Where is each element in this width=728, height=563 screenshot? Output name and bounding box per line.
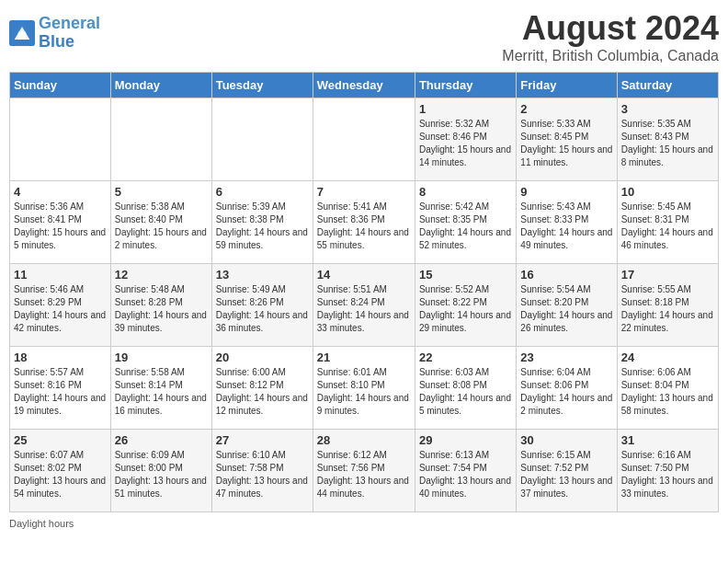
calendar-cell: 30Sunrise: 6:15 AMSunset: 7:52 PMDayligh… xyxy=(517,430,617,512)
calendar-cell: 14Sunrise: 5:51 AMSunset: 8:24 PMDayligh… xyxy=(313,264,415,347)
day-header-monday: Monday xyxy=(110,73,211,98)
calendar-cell: 9Sunrise: 5:43 AMSunset: 8:33 PMDaylight… xyxy=(517,181,617,264)
day-info: Sunrise: 5:36 AMSunset: 8:41 PMDaylight:… xyxy=(14,201,107,252)
day-info: Sunrise: 5:46 AMSunset: 8:29 PMDaylight:… xyxy=(14,283,107,335)
day-number: 13 xyxy=(216,268,309,282)
day-info: Sunrise: 6:01 AMSunset: 8:10 PMDaylight:… xyxy=(317,366,411,418)
day-number: 1 xyxy=(419,102,512,116)
day-number: 21 xyxy=(317,350,411,364)
week-row-3: 11Sunrise: 5:46 AMSunset: 8:29 PMDayligh… xyxy=(10,264,719,347)
day-header-saturday: Saturday xyxy=(617,73,718,98)
day-info: Sunrise: 5:49 AMSunset: 8:26 PMDaylight:… xyxy=(216,283,309,335)
day-number: 8 xyxy=(419,185,512,199)
day-header-friday: Friday xyxy=(517,73,617,98)
day-info: Sunrise: 5:41 AMSunset: 8:36 PMDaylight:… xyxy=(317,201,411,252)
day-info: Sunrise: 5:43 AMSunset: 8:33 PMDaylight:… xyxy=(520,201,612,252)
footer-note: Daylight hours xyxy=(9,518,719,529)
calendar-cell: 1Sunrise: 5:32 AMSunset: 8:46 PMDaylight… xyxy=(415,98,516,181)
day-info: Sunrise: 6:12 AMSunset: 7:56 PMDaylight:… xyxy=(317,449,411,500)
day-number: 12 xyxy=(115,268,208,282)
day-number: 20 xyxy=(216,350,309,364)
calendar-cell: 16Sunrise: 5:54 AMSunset: 8:20 PMDayligh… xyxy=(517,264,617,347)
day-number: 25 xyxy=(14,433,107,447)
calendar-cell: 25Sunrise: 6:07 AMSunset: 8:02 PMDayligh… xyxy=(10,430,111,512)
day-number: 27 xyxy=(216,433,309,447)
day-number: 22 xyxy=(419,350,512,364)
day-info: Sunrise: 5:57 AMSunset: 8:16 PMDaylight:… xyxy=(14,366,107,418)
day-header-tuesday: Tuesday xyxy=(211,73,313,98)
calendar-cell: 26Sunrise: 6:09 AMSunset: 8:00 PMDayligh… xyxy=(110,430,211,512)
calendar-cell: 18Sunrise: 5:57 AMSunset: 8:16 PMDayligh… xyxy=(10,347,111,430)
day-info: Sunrise: 6:04 AMSunset: 8:06 PMDaylight:… xyxy=(520,366,612,418)
day-info: Sunrise: 6:06 AMSunset: 8:04 PMDaylight:… xyxy=(621,366,714,418)
day-number: 16 xyxy=(520,268,612,282)
day-header-thursday: Thursday xyxy=(415,73,516,98)
day-number: 14 xyxy=(317,268,411,282)
day-info: Sunrise: 6:13 AMSunset: 7:54 PMDaylight:… xyxy=(419,449,512,500)
day-number: 4 xyxy=(14,185,107,199)
calendar-cell: 20Sunrise: 6:00 AMSunset: 8:12 PMDayligh… xyxy=(211,347,313,430)
day-number: 2 xyxy=(520,102,612,116)
calendar-cell: 7Sunrise: 5:41 AMSunset: 8:36 PMDaylight… xyxy=(313,181,415,264)
day-number: 26 xyxy=(115,433,208,447)
day-number: 23 xyxy=(520,350,612,364)
day-info: Sunrise: 6:10 AMSunset: 7:58 PMDaylight:… xyxy=(216,449,309,500)
day-number: 30 xyxy=(520,433,612,447)
day-number: 9 xyxy=(520,185,612,199)
day-number: 6 xyxy=(216,185,309,199)
day-header-wednesday: Wednesday xyxy=(313,73,415,98)
calendar-cell: 6Sunrise: 5:39 AMSunset: 8:38 PMDaylight… xyxy=(211,181,313,264)
day-info: Sunrise: 5:51 AMSunset: 8:24 PMDaylight:… xyxy=(317,283,411,335)
day-info: Sunrise: 5:33 AMSunset: 8:45 PMDaylight:… xyxy=(520,118,612,169)
day-header-row: SundayMondayTuesdayWednesdayThursdayFrid… xyxy=(10,73,719,98)
page-subtitle: Merritt, British Columbia, Canada xyxy=(502,48,719,64)
day-info: Sunrise: 6:07 AMSunset: 8:02 PMDaylight:… xyxy=(14,449,107,500)
calendar-cell xyxy=(10,98,111,181)
day-number: 29 xyxy=(419,433,512,447)
day-number: 19 xyxy=(115,350,208,364)
calendar-cell: 13Sunrise: 5:49 AMSunset: 8:26 PMDayligh… xyxy=(211,264,313,347)
day-info: Sunrise: 6:09 AMSunset: 8:00 PMDaylight:… xyxy=(115,449,208,500)
day-info: Sunrise: 5:55 AMSunset: 8:18 PMDaylight:… xyxy=(621,283,714,335)
calendar-cell: 8Sunrise: 5:42 AMSunset: 8:35 PMDaylight… xyxy=(415,181,516,264)
day-info: Sunrise: 5:38 AMSunset: 8:40 PMDaylight:… xyxy=(115,201,208,252)
svg-rect-2 xyxy=(18,31,26,39)
day-number: 11 xyxy=(14,268,107,282)
day-info: Sunrise: 5:58 AMSunset: 8:14 PMDaylight:… xyxy=(115,366,208,418)
day-info: Sunrise: 5:48 AMSunset: 8:28 PMDaylight:… xyxy=(115,283,208,335)
week-row-4: 18Sunrise: 5:57 AMSunset: 8:16 PMDayligh… xyxy=(10,347,719,430)
logo: General Blue xyxy=(9,15,100,52)
day-info: Sunrise: 5:35 AMSunset: 8:43 PMDaylight:… xyxy=(621,118,714,169)
day-info: Sunrise: 5:45 AMSunset: 8:31 PMDaylight:… xyxy=(621,201,714,252)
calendar-cell: 19Sunrise: 5:58 AMSunset: 8:14 PMDayligh… xyxy=(110,347,211,430)
calendar-cell: 21Sunrise: 6:01 AMSunset: 8:10 PMDayligh… xyxy=(313,347,415,430)
calendar-cell: 11Sunrise: 5:46 AMSunset: 8:29 PMDayligh… xyxy=(10,264,111,347)
calendar-cell: 5Sunrise: 5:38 AMSunset: 8:40 PMDaylight… xyxy=(110,181,211,264)
header: General Blue August 2024 Merritt, Britis… xyxy=(9,9,719,64)
calendar-cell: 15Sunrise: 5:52 AMSunset: 8:22 PMDayligh… xyxy=(415,264,516,347)
day-info: Sunrise: 6:16 AMSunset: 7:50 PMDaylight:… xyxy=(621,449,714,500)
day-number: 10 xyxy=(621,185,714,199)
day-number: 3 xyxy=(621,102,714,116)
calendar-cell xyxy=(313,98,415,181)
day-number: 15 xyxy=(419,268,512,282)
day-info: Sunrise: 6:03 AMSunset: 8:08 PMDaylight:… xyxy=(419,366,512,418)
day-info: Sunrise: 5:39 AMSunset: 8:38 PMDaylight:… xyxy=(216,201,309,252)
day-number: 28 xyxy=(317,433,411,447)
calendar-cell: 17Sunrise: 5:55 AMSunset: 8:18 PMDayligh… xyxy=(617,264,718,347)
day-info: Sunrise: 6:00 AMSunset: 8:12 PMDaylight:… xyxy=(216,366,309,418)
day-info: Sunrise: 5:52 AMSunset: 8:22 PMDaylight:… xyxy=(419,283,512,335)
week-row-2: 4Sunrise: 5:36 AMSunset: 8:41 PMDaylight… xyxy=(10,181,719,264)
logo-icon xyxy=(9,20,35,46)
day-info: Sunrise: 5:32 AMSunset: 8:46 PMDaylight:… xyxy=(419,118,512,169)
calendar-cell: 4Sunrise: 5:36 AMSunset: 8:41 PMDaylight… xyxy=(10,181,111,264)
calendar-cell: 24Sunrise: 6:06 AMSunset: 8:04 PMDayligh… xyxy=(617,347,718,430)
day-header-sunday: Sunday xyxy=(10,73,111,98)
calendar-cell: 27Sunrise: 6:10 AMSunset: 7:58 PMDayligh… xyxy=(211,430,313,512)
calendar-cell: 22Sunrise: 6:03 AMSunset: 8:08 PMDayligh… xyxy=(415,347,516,430)
calendar-cell: 28Sunrise: 6:12 AMSunset: 7:56 PMDayligh… xyxy=(313,430,415,512)
week-row-5: 25Sunrise: 6:07 AMSunset: 8:02 PMDayligh… xyxy=(10,430,719,512)
day-number: 7 xyxy=(317,185,411,199)
calendar-cell: 29Sunrise: 6:13 AMSunset: 7:54 PMDayligh… xyxy=(415,430,516,512)
calendar-cell: 3Sunrise: 5:35 AMSunset: 8:43 PMDaylight… xyxy=(617,98,718,181)
